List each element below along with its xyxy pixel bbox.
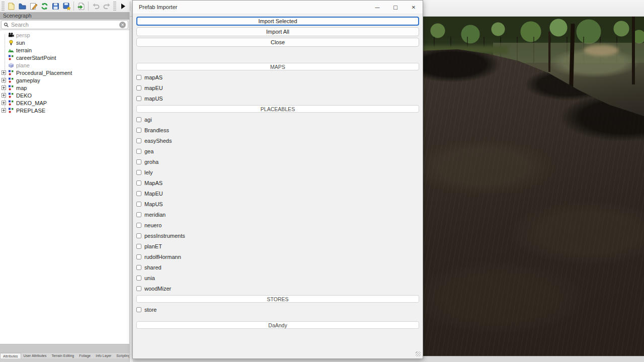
tree-node-PREPLASE[interactable]: PREPLASE [0,107,129,114]
checkbox-mapEU[interactable] [136,85,141,90]
prefab-row-gea: gea [136,146,419,156]
scenegraph-search-input[interactable]: Search ✕ [1,20,128,29]
expand-icon[interactable] [2,78,6,82]
checkbox-easySheds[interactable] [136,138,141,143]
search-icon [4,22,9,28]
tree-node-sun[interactable]: sun [0,39,129,46]
tree-node-plane[interactable]: plane [0,61,129,69]
checkbox-label: mapUS [144,96,163,102]
expand-icon[interactable] [2,108,6,113]
expand-icon[interactable] [2,85,6,90]
dialog-title-bar[interactable]: Prefab Importer — □ ✕ [133,1,423,14]
tree-node-Procedural_Placement[interactable]: Procedural_Placement [0,69,129,76]
new-scene-icon[interactable] [6,1,17,12]
toolbar-grip[interactable] [113,2,116,11]
search-clear-icon[interactable]: ✕ [119,22,126,28]
checkbox-pessInstruments[interactable] [136,233,141,238]
checkbox-meridian[interactable] [136,212,141,217]
checkbox-mapUS[interactable] [136,96,141,101]
checkbox-label: pessInstruments [144,233,185,239]
checkbox-MapAS[interactable] [136,180,141,186]
redo-icon[interactable] [101,1,112,12]
open-file-icon[interactable] [17,1,28,12]
checkbox-unia[interactable] [136,276,141,281]
expand-icon[interactable] [2,70,6,75]
checkbox-gea[interactable] [136,149,141,154]
checkbox-rudolfHormann[interactable] [136,254,141,259]
tab-terrain-editing[interactable]: Terrain Editing [49,353,77,357]
checkbox-label: Brandless [144,127,169,133]
tree-node-label: persp [16,32,30,38]
tree-node-terrain[interactable]: terrain [0,46,129,54]
import-all-button[interactable]: Import All [136,27,419,36]
scenegraph-panel: Scenegraph Search ✕ perspsunterraincaree… [0,12,130,362]
camera-icon [8,32,14,38]
checkbox-neuero[interactable] [136,223,141,228]
maximize-button[interactable]: □ [386,1,405,14]
minimize-button[interactable]: — [368,1,386,14]
tree-node-DEKO_MAP[interactable]: DEKO_MAP [0,99,129,107]
checkbox-Brandless[interactable] [136,128,141,133]
prefab-row-easySheds: easySheds [136,135,419,146]
section-header-maps: MAPS [136,63,419,70]
save-icon[interactable] [50,1,61,12]
checkbox-label: lely [144,169,153,175]
checkbox-MapEU[interactable] [136,191,141,196]
light-icon [8,40,14,46]
prefab-row-MapUS: MapUS [136,199,419,209]
tab-foliage[interactable]: Foliage [76,353,93,357]
tree-node-label: plane [16,62,30,68]
tab-info-layer[interactable]: Info Layer [93,353,114,357]
tab-attributes[interactable]: Attributes [0,353,21,358]
tree-node-careerStartPoint[interactable]: careerStartPoint [0,54,129,61]
checkbox-label: mapAS [144,74,163,80]
prefab-row-mapEU: mapEU [136,82,419,93]
checkbox-woodMizer[interactable] [136,286,141,291]
import-icon[interactable] [75,1,87,12]
save-as-icon[interactable] [61,1,72,12]
prefab-row-woodMizer: woodMizer [136,283,419,294]
tab-user-attributes[interactable]: User Attributes [21,353,49,357]
play-icon[interactable] [117,1,128,12]
tree-node-DEKO[interactable]: DEKO [0,92,129,99]
scenegraph-panel-title: Scenegraph [0,12,129,20]
close-icon[interactable]: ✕ [405,1,423,14]
reload-icon[interactable] [39,1,50,12]
checkbox-mapAS[interactable] [136,75,141,80]
tree-node-label: DEKO [16,93,32,99]
left-panel-bottom-edge [0,358,129,362]
tree-node-map[interactable]: map [0,84,129,92]
tree-node-gameplay[interactable]: gameplay [0,76,129,84]
expand-icon[interactable] [2,93,6,98]
toolbar-grip[interactable] [2,2,5,11]
checkbox-MapUS[interactable] [136,202,141,207]
tree-node-persp[interactable]: persp [0,31,129,39]
prefab-row-Brandless: Brandless [136,125,419,135]
tree-node-label: DEKO_MAP [16,100,47,106]
tree-node-label: PREPLASE [16,108,45,114]
checkbox-store[interactable] [136,307,141,312]
checkbox-groha[interactable] [136,159,141,164]
terrain-scene [423,17,644,356]
import-selected-button[interactable]: Import Selected [136,17,419,26]
tree-node-label: terrain [16,47,32,53]
checkbox-label: MapEU [144,191,163,197]
transform-icon [8,55,14,61]
prefab-row-mapUS: mapUS [136,93,419,104]
checkbox-planET[interactable] [136,244,141,249]
checkbox-lely[interactable] [136,170,141,175]
checkbox-label: gea [144,148,153,154]
transform-icon [8,70,14,76]
undo-icon[interactable] [90,1,101,12]
expand-icon[interactable] [2,101,6,105]
checkbox-agi[interactable] [136,117,141,122]
prefab-row-agi: agi [136,114,419,125]
close-button[interactable]: Close [136,38,419,47]
prefab-row-planET: planET [136,241,419,251]
edit-document-icon[interactable] [28,1,39,12]
checkbox-shared[interactable] [136,265,141,270]
credit-bar: DaAndy [136,321,419,329]
tab-scripting[interactable]: Scripting [114,353,129,357]
checkbox-label: rudolfHormann [144,254,181,260]
resize-grip[interactable] [416,351,421,356]
